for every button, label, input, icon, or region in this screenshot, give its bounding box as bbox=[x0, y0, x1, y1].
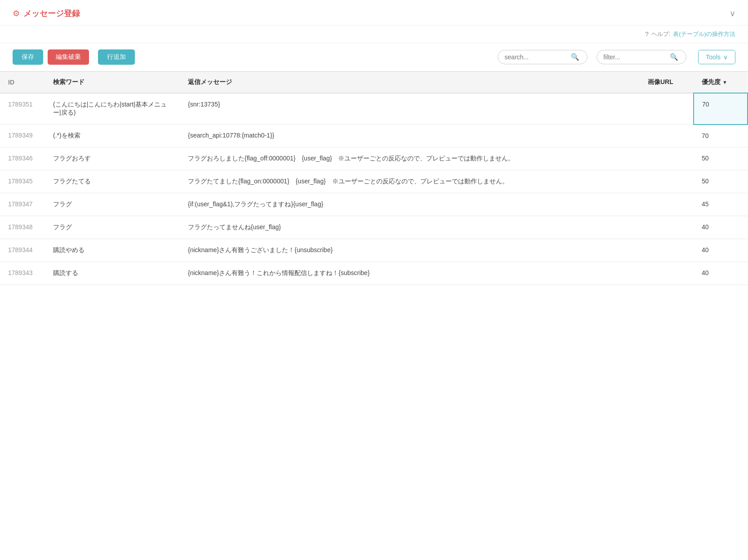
chevron-down-icon[interactable]: ∨ bbox=[730, 9, 735, 18]
table-container: ID 検索ワード 返信メッセージ 画像URL 優先度▼ 1789351(こんにち… bbox=[0, 71, 748, 285]
col-header-message: 返信メッセージ bbox=[180, 72, 640, 93]
cell-id: 1789348 bbox=[0, 216, 45, 239]
sort-icon: ▼ bbox=[722, 80, 727, 85]
search-box: 🔍 bbox=[498, 50, 588, 64]
search-input[interactable] bbox=[504, 53, 567, 61]
search-icon: 🔍 bbox=[571, 53, 579, 61]
cell-keyword: 購読やめる bbox=[45, 239, 180, 262]
help-prefix: ヘルプ: bbox=[651, 30, 671, 38]
tools-chevron-icon: ∨ bbox=[723, 53, 728, 61]
col-header-image-url: 画像URL bbox=[640, 72, 694, 93]
cell-message: フラグおろしました{flag_off:0000001} {user_flag} … bbox=[180, 147, 640, 170]
table-row: 1789346フラグおろすフラグおろしました{flag_off:0000001}… bbox=[0, 147, 748, 170]
cell-image-url bbox=[640, 239, 694, 262]
cell-id: 1789344 bbox=[0, 239, 45, 262]
cell-id: 1789351 bbox=[0, 93, 45, 124]
cancel-button[interactable]: 編集破棄 bbox=[48, 49, 89, 65]
cell-priority[interactable]: 70 bbox=[694, 93, 748, 124]
cell-image-url bbox=[640, 93, 694, 124]
cell-priority[interactable]: 45 bbox=[694, 193, 748, 216]
cell-message: {nickname}さん有難う！これから情報配信しますね！{subscribe} bbox=[180, 262, 640, 285]
toolbar: 保存 編集破棄 行追加 🔍 🔍 Tools ∨ bbox=[0, 43, 748, 71]
cell-keyword: (こんにちは|こんにちわ|start|基本メニュー|戻る) bbox=[45, 93, 180, 124]
cell-message: {search_api:10778:{match0-1}} bbox=[180, 124, 640, 147]
table-row: 1789343購読する{nickname}さん有難う！これから情報配信しますね！… bbox=[0, 262, 748, 285]
tools-button[interactable]: Tools ∨ bbox=[698, 50, 735, 64]
save-button[interactable]: 保存 bbox=[13, 49, 43, 65]
table-row: 1789348フラグフラグたってませんね{user_flag}40 bbox=[0, 216, 748, 239]
cell-message: フラグたてました{flag_on:0000001} {user_flag} ※ユ… bbox=[180, 170, 640, 193]
header: ⚙ メッセージ登録 ∨ bbox=[0, 0, 748, 26]
priority-label: 優先度 bbox=[702, 78, 721, 85]
cell-message: {if:(user_flag&1),フラグたってますね}{user_flag} bbox=[180, 193, 640, 216]
cell-id: 1789347 bbox=[0, 193, 45, 216]
cell-id: 1789346 bbox=[0, 147, 45, 170]
filter-icon: 🔍 bbox=[670, 53, 678, 61]
table-row: 1789347フラグ{if:(user_flag&1),フラグたってますね}{u… bbox=[0, 193, 748, 216]
cell-message: {snr:13735} bbox=[180, 93, 640, 124]
cell-id: 1789343 bbox=[0, 262, 45, 285]
table-row: 1789345フラグたてるフラグたてました{flag_on:0000001} {… bbox=[0, 170, 748, 193]
cell-keyword: フラグ bbox=[45, 193, 180, 216]
cell-priority[interactable]: 40 bbox=[694, 216, 748, 239]
cell-priority[interactable]: 70 bbox=[694, 124, 748, 147]
gear-icon: ⚙ bbox=[13, 9, 20, 18]
filter-box: 🔍 bbox=[597, 50, 686, 64]
cell-keyword: 購読する bbox=[45, 262, 180, 285]
add-row-button[interactable]: 行追加 bbox=[98, 49, 135, 65]
cell-image-url bbox=[640, 193, 694, 216]
help-icon: ? bbox=[645, 31, 649, 38]
table-header-row: ID 検索ワード 返信メッセージ 画像URL 優先度▼ bbox=[0, 72, 748, 93]
table-row: 1789349(.*)を検索{search_api:10778:{match0-… bbox=[0, 124, 748, 147]
col-header-keyword: 検索ワード bbox=[45, 72, 180, 93]
cell-id: 1789349 bbox=[0, 124, 45, 147]
col-header-priority[interactable]: 優先度▼ bbox=[694, 72, 748, 93]
cell-keyword: フラグ bbox=[45, 216, 180, 239]
cell-priority[interactable]: 40 bbox=[694, 262, 748, 285]
data-table: ID 検索ワード 返信メッセージ 画像URL 優先度▼ 1789351(こんにち… bbox=[0, 71, 748, 285]
cell-image-url bbox=[640, 216, 694, 239]
header-left: ⚙ メッセージ登録 bbox=[13, 8, 80, 19]
tools-label: Tools bbox=[706, 53, 721, 61]
cell-image-url bbox=[640, 170, 694, 193]
cell-message: フラグたってませんね{user_flag} bbox=[180, 216, 640, 239]
cell-keyword: フラグおろす bbox=[45, 147, 180, 170]
cell-priority[interactable]: 50 bbox=[694, 170, 748, 193]
cell-id: 1789345 bbox=[0, 170, 45, 193]
cell-keyword: フラグたてる bbox=[45, 170, 180, 193]
cell-image-url bbox=[640, 147, 694, 170]
col-header-id: ID bbox=[0, 72, 45, 93]
cell-message: {nickname}さん有難うございました！{unsubscribe} bbox=[180, 239, 640, 262]
cell-priority[interactable]: 50 bbox=[694, 147, 748, 170]
cell-image-url bbox=[640, 262, 694, 285]
cell-priority[interactable]: 40 bbox=[694, 239, 748, 262]
cell-keyword: (.*)を検索 bbox=[45, 124, 180, 147]
table-row: 1789351(こんにちは|こんにちわ|start|基本メニュー|戻る){snr… bbox=[0, 93, 748, 124]
filter-input[interactable] bbox=[603, 53, 666, 61]
table-row: 1789344購読やめる{nickname}さん有難うございました！{unsub… bbox=[0, 239, 748, 262]
help-bar: ? ヘルプ: 表(テーブル)の操作方法 bbox=[0, 26, 748, 43]
page-title: メッセージ登録 bbox=[23, 8, 80, 19]
cell-image-url bbox=[640, 124, 694, 147]
help-link[interactable]: 表(テーブル)の操作方法 bbox=[673, 30, 735, 38]
